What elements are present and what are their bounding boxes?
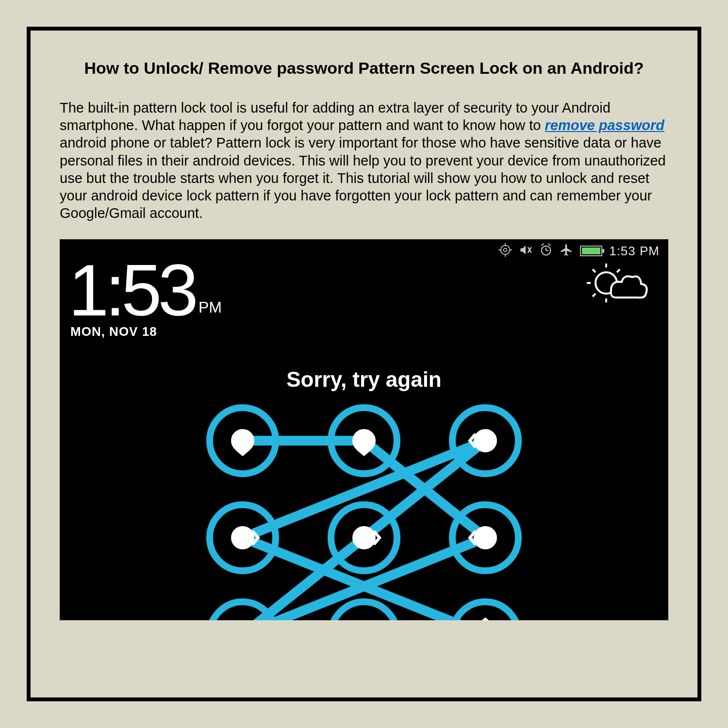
time-digits: 1:53 — [68, 258, 195, 323]
weather-icon — [577, 258, 660, 314]
error-message: Sorry, try again — [60, 367, 668, 392]
status-bar: 1:53 PM — [498, 243, 660, 259]
svg-line-19 — [593, 294, 596, 297]
svg-point-29 — [231, 429, 254, 452]
body-paragraph: The built-in pattern lock tool is useful… — [60, 99, 668, 222]
body-text-part2: android phone or tablet? Pattern lock is… — [60, 135, 666, 221]
alarm-icon — [539, 243, 553, 259]
lock-screen-time: 1:53 PM — [68, 258, 222, 323]
svg-point-31 — [352, 429, 376, 452]
airplane-icon — [560, 243, 573, 259]
phone-screenshot: 1:53 PM 1:53 PM — [60, 239, 668, 620]
svg-line-12 — [548, 244, 551, 246]
remove-password-link[interactable]: remove password — [545, 117, 664, 133]
svg-point-37 — [352, 526, 376, 549]
status-time: 1:53 PM — [609, 244, 660, 259]
time-ampm: PM — [195, 300, 222, 323]
svg-line-18 — [617, 269, 620, 272]
battery-icon — [580, 246, 602, 256]
mute-icon — [519, 243, 532, 259]
lock-screen-date: MON, NOV 18 — [70, 324, 157, 339]
svg-point-42 — [331, 602, 397, 620]
document-frame: How to Unlock/ Remove password Pattern S… — [27, 27, 701, 701]
svg-point-39 — [474, 526, 497, 549]
pattern-lock-grid — [180, 402, 548, 620]
svg-line-11 — [542, 244, 544, 246]
svg-point-33 — [474, 429, 497, 452]
gps-icon — [498, 243, 512, 259]
lock-screen-header: 1:53 PM — [68, 258, 660, 323]
svg-point-35 — [231, 526, 254, 549]
document-title: How to Unlock/ Remove password Pattern S… — [60, 57, 668, 80]
body-text-part1: The built-in pattern lock tool is useful… — [60, 100, 611, 133]
svg-point-1 — [501, 245, 510, 254]
svg-line-17 — [593, 269, 596, 272]
svg-point-0 — [504, 248, 507, 251]
